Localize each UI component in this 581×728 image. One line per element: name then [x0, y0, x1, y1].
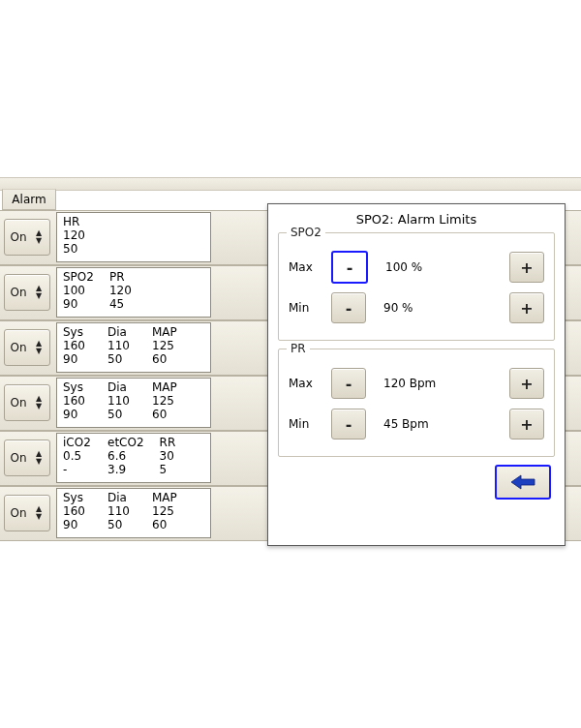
pr-max-row: Max - 120 Bpm +	[289, 365, 544, 402]
param-low: -	[63, 463, 92, 476]
spo2-alarm-limits-dialog: SPO2: Alarm Limits SPO2 Max - 100 % + Mi…	[267, 203, 566, 546]
param-high: 160	[63, 504, 92, 518]
alarm-on-toggle[interactable]: On ▲▼	[4, 329, 50, 366]
alarm-on-toggle[interactable]: On ▲▼	[4, 384, 50, 421]
decrement-button[interactable]: -	[331, 368, 366, 399]
param-high: 110	[107, 394, 137, 408]
decrement-button[interactable]: -	[331, 251, 368, 284]
limits-cell-hr[interactable]: HR 120 50	[56, 212, 211, 262]
limits-cell-co2[interactable]: iCO2 0.5 - etCO2 6.6 3.9 RR 30 5	[56, 433, 211, 483]
spo2-max-value: 100 %	[376, 260, 502, 274]
increment-button[interactable]: +	[509, 252, 544, 283]
on-toggle-label: On	[5, 396, 32, 410]
param-low: 50	[107, 518, 137, 531]
spinner-arrows-icon: ▲▼	[32, 505, 46, 521]
param-header: SPO2	[63, 270, 94, 284]
decrement-button[interactable]: -	[331, 292, 366, 323]
param-high: 125	[152, 504, 181, 518]
param-high: 100	[63, 284, 94, 297]
on-toggle-label: On	[5, 286, 32, 299]
alarm-on-toggle[interactable]: On ▲▼	[4, 495, 50, 531]
max-label: Max	[289, 377, 323, 390]
alarm-on-toggle[interactable]: On ▲▼	[4, 440, 50, 476]
param-low: 60	[152, 408, 181, 421]
param-header: etCO2	[107, 436, 144, 449]
param-high: 160	[63, 339, 92, 352]
param-header: Dia	[107, 380, 137, 394]
param-high: 6.6	[107, 449, 144, 463]
on-toggle-label: On	[5, 230, 32, 244]
pr-min-row: Min - 45 Bpm +	[289, 406, 544, 442]
max-label: Max	[289, 260, 323, 274]
min-label: Min	[289, 417, 323, 431]
param-low: 50	[107, 352, 137, 366]
spo2-min-row: Min - 90 % +	[289, 289, 544, 326]
param-header: MAP	[152, 491, 181, 504]
param-header: Sys	[63, 380, 92, 394]
param-header: Dia	[107, 325, 137, 339]
limits-cell-spo2[interactable]: SPO2 100 90 PR 120 45	[56, 267, 211, 318]
param-high: 110	[107, 339, 137, 352]
spinner-arrows-icon: ▲▼	[32, 395, 46, 410]
increment-button[interactable]: +	[509, 368, 544, 399]
limits-cell-ibp2[interactable]: Sys 160 90 Dia 110 50 MAP 125 60	[56, 488, 211, 538]
increment-button[interactable]: +	[509, 292, 544, 323]
on-toggle-label: On	[5, 506, 32, 520]
spo2-min-value: 90 %	[374, 301, 502, 315]
param-low: 3.9	[107, 463, 144, 476]
param-low: 50	[63, 242, 92, 256]
group-spo2: SPO2 Max - 100 % + Min - 90 % +	[278, 232, 555, 341]
increment-button[interactable]: +	[509, 409, 544, 440]
param-low: 5	[160, 463, 189, 476]
spinner-arrows-icon: ▲▼	[32, 340, 46, 355]
param-low: 90	[63, 518, 92, 531]
param-header: HR	[63, 215, 92, 228]
param-low: 90	[63, 352, 92, 366]
param-high: 120	[109, 284, 138, 297]
limits-cell-nibp[interactable]: Sys 160 90 Dia 110 50 MAP 125 60	[56, 322, 211, 373]
param-low: 90	[63, 408, 92, 421]
param-header: iCO2	[63, 436, 92, 449]
param-high: 125	[152, 394, 181, 408]
param-header: MAP	[152, 380, 181, 394]
param-low: 90	[63, 297, 94, 311]
param-high: 160	[63, 394, 92, 408]
pr-min-value: 45 Bpm	[374, 417, 502, 431]
limits-cell-ibp[interactable]: Sys 160 90 Dia 110 50 MAP 125 60	[56, 378, 211, 428]
param-header: Dia	[107, 491, 137, 504]
alarm-column-header: Alarm	[2, 189, 56, 210]
group-legend: SPO2	[287, 226, 325, 239]
on-toggle-label: On	[5, 451, 32, 465]
param-header: Sys	[63, 491, 92, 504]
param-low: 60	[152, 352, 181, 366]
param-high: 110	[107, 504, 137, 518]
param-header: PR	[109, 270, 138, 284]
param-high: 30	[160, 449, 189, 463]
param-header: MAP	[152, 325, 181, 339]
on-toggle-label: On	[5, 341, 32, 354]
spinner-arrows-icon: ▲▼	[32, 229, 46, 245]
group-pr: PR Max - 120 Bpm + Min - 45 Bpm +	[278, 349, 555, 457]
param-low: 60	[152, 518, 181, 531]
spo2-max-row: Max - 100 % +	[289, 249, 544, 286]
param-header: RR	[160, 436, 189, 449]
param-high: 125	[152, 339, 181, 352]
pr-max-value: 120 Bpm	[374, 377, 502, 390]
alarm-on-toggle[interactable]: On ▲▼	[4, 274, 50, 311]
dialog-title: SPO2: Alarm Limits	[278, 212, 555, 227]
decrement-button[interactable]: -	[331, 409, 366, 440]
param-high: 120	[63, 228, 92, 242]
arrow-left-icon	[509, 473, 536, 491]
spinner-arrows-icon: ▲▼	[32, 285, 46, 300]
param-low: 50	[107, 408, 137, 421]
param-high: 0.5	[63, 449, 92, 463]
param-header: Sys	[63, 325, 92, 339]
back-button[interactable]	[495, 465, 551, 500]
min-label: Min	[289, 301, 323, 315]
alarm-on-toggle[interactable]: On ▲▼	[4, 219, 50, 256]
param-low: 45	[109, 297, 138, 311]
spinner-arrows-icon: ▲▼	[32, 450, 46, 466]
group-legend: PR	[287, 342, 310, 355]
